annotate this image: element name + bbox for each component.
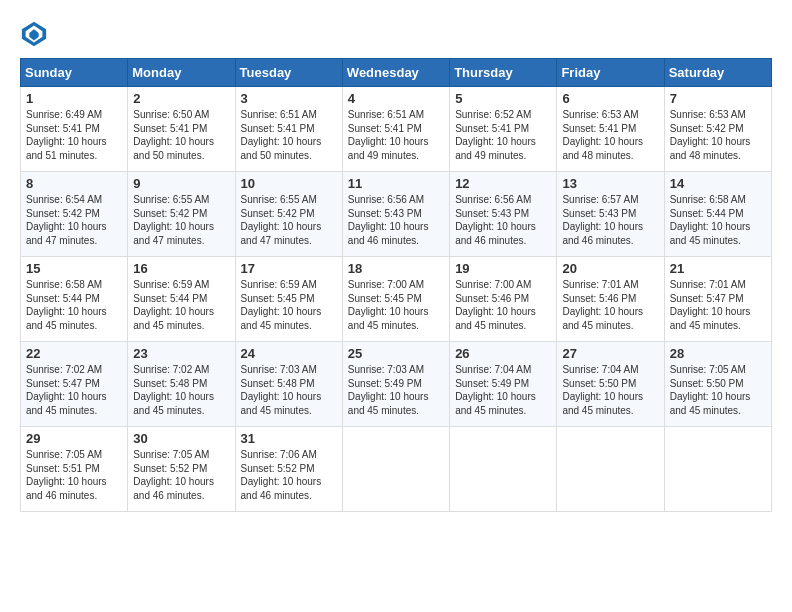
day-number: 20 — [562, 261, 658, 276]
day-info: Sunrise: 6:59 AM Sunset: 5:44 PM Dayligh… — [133, 278, 229, 332]
calendar-week-4: 22Sunrise: 7:02 AM Sunset: 5:47 PM Dayli… — [21, 342, 772, 427]
day-number: 11 — [348, 176, 444, 191]
day-info: Sunrise: 6:56 AM Sunset: 5:43 PM Dayligh… — [348, 193, 444, 247]
day-number: 14 — [670, 176, 766, 191]
day-info: Sunrise: 7:04 AM Sunset: 5:50 PM Dayligh… — [562, 363, 658, 417]
calendar-cell — [450, 427, 557, 512]
calendar-cell: 4Sunrise: 6:51 AM Sunset: 5:41 PM Daylig… — [342, 87, 449, 172]
day-number: 29 — [26, 431, 122, 446]
day-info: Sunrise: 6:52 AM Sunset: 5:41 PM Dayligh… — [455, 108, 551, 162]
day-number: 26 — [455, 346, 551, 361]
calendar-cell: 14Sunrise: 6:58 AM Sunset: 5:44 PM Dayli… — [664, 172, 771, 257]
calendar-cell: 7Sunrise: 6:53 AM Sunset: 5:42 PM Daylig… — [664, 87, 771, 172]
calendar-cell — [557, 427, 664, 512]
calendar-cell: 28Sunrise: 7:05 AM Sunset: 5:50 PM Dayli… — [664, 342, 771, 427]
day-number: 31 — [241, 431, 337, 446]
day-info: Sunrise: 6:58 AM Sunset: 5:44 PM Dayligh… — [26, 278, 122, 332]
day-info: Sunrise: 6:53 AM Sunset: 5:42 PM Dayligh… — [670, 108, 766, 162]
day-info: Sunrise: 7:06 AM Sunset: 5:52 PM Dayligh… — [241, 448, 337, 502]
calendar-cell — [664, 427, 771, 512]
calendar-cell: 26Sunrise: 7:04 AM Sunset: 5:49 PM Dayli… — [450, 342, 557, 427]
calendar-header-row: SundayMondayTuesdayWednesdayThursdayFrid… — [21, 59, 772, 87]
day-number: 17 — [241, 261, 337, 276]
day-number: 1 — [26, 91, 122, 106]
calendar-week-5: 29Sunrise: 7:05 AM Sunset: 5:51 PM Dayli… — [21, 427, 772, 512]
day-info: Sunrise: 7:01 AM Sunset: 5:47 PM Dayligh… — [670, 278, 766, 332]
day-number: 10 — [241, 176, 337, 191]
day-info: Sunrise: 7:03 AM Sunset: 5:49 PM Dayligh… — [348, 363, 444, 417]
calendar-cell: 17Sunrise: 6:59 AM Sunset: 5:45 PM Dayli… — [235, 257, 342, 342]
day-info: Sunrise: 7:02 AM Sunset: 5:48 PM Dayligh… — [133, 363, 229, 417]
day-number: 8 — [26, 176, 122, 191]
day-info: Sunrise: 6:53 AM Sunset: 5:41 PM Dayligh… — [562, 108, 658, 162]
calendar-body: 1Sunrise: 6:49 AM Sunset: 5:41 PM Daylig… — [21, 87, 772, 512]
calendar-cell: 15Sunrise: 6:58 AM Sunset: 5:44 PM Dayli… — [21, 257, 128, 342]
calendar-cell: 22Sunrise: 7:02 AM Sunset: 5:47 PM Dayli… — [21, 342, 128, 427]
day-number: 4 — [348, 91, 444, 106]
day-info: Sunrise: 6:59 AM Sunset: 5:45 PM Dayligh… — [241, 278, 337, 332]
day-number: 2 — [133, 91, 229, 106]
day-number: 27 — [562, 346, 658, 361]
day-info: Sunrise: 6:50 AM Sunset: 5:41 PM Dayligh… — [133, 108, 229, 162]
calendar-cell: 12Sunrise: 6:56 AM Sunset: 5:43 PM Dayli… — [450, 172, 557, 257]
day-number: 21 — [670, 261, 766, 276]
calendar-header-monday: Monday — [128, 59, 235, 87]
day-info: Sunrise: 7:01 AM Sunset: 5:46 PM Dayligh… — [562, 278, 658, 332]
calendar-week-3: 15Sunrise: 6:58 AM Sunset: 5:44 PM Dayli… — [21, 257, 772, 342]
day-info: Sunrise: 7:03 AM Sunset: 5:48 PM Dayligh… — [241, 363, 337, 417]
day-number: 24 — [241, 346, 337, 361]
day-info: Sunrise: 6:55 AM Sunset: 5:42 PM Dayligh… — [241, 193, 337, 247]
logo — [20, 20, 52, 48]
calendar-header-thursday: Thursday — [450, 59, 557, 87]
day-number: 12 — [455, 176, 551, 191]
calendar-cell: 2Sunrise: 6:50 AM Sunset: 5:41 PM Daylig… — [128, 87, 235, 172]
day-info: Sunrise: 6:51 AM Sunset: 5:41 PM Dayligh… — [241, 108, 337, 162]
calendar-cell: 21Sunrise: 7:01 AM Sunset: 5:47 PM Dayli… — [664, 257, 771, 342]
calendar-cell: 30Sunrise: 7:05 AM Sunset: 5:52 PM Dayli… — [128, 427, 235, 512]
calendar-cell: 11Sunrise: 6:56 AM Sunset: 5:43 PM Dayli… — [342, 172, 449, 257]
day-info: Sunrise: 7:05 AM Sunset: 5:51 PM Dayligh… — [26, 448, 122, 502]
day-info: Sunrise: 6:55 AM Sunset: 5:42 PM Dayligh… — [133, 193, 229, 247]
calendar-cell: 8Sunrise: 6:54 AM Sunset: 5:42 PM Daylig… — [21, 172, 128, 257]
day-number: 3 — [241, 91, 337, 106]
calendar-cell: 27Sunrise: 7:04 AM Sunset: 5:50 PM Dayli… — [557, 342, 664, 427]
day-info: Sunrise: 6:56 AM Sunset: 5:43 PM Dayligh… — [455, 193, 551, 247]
calendar-cell: 13Sunrise: 6:57 AM Sunset: 5:43 PM Dayli… — [557, 172, 664, 257]
calendar-cell: 23Sunrise: 7:02 AM Sunset: 5:48 PM Dayli… — [128, 342, 235, 427]
day-info: Sunrise: 7:05 AM Sunset: 5:50 PM Dayligh… — [670, 363, 766, 417]
day-number: 25 — [348, 346, 444, 361]
day-number: 16 — [133, 261, 229, 276]
calendar-cell: 5Sunrise: 6:52 AM Sunset: 5:41 PM Daylig… — [450, 87, 557, 172]
calendar-cell: 10Sunrise: 6:55 AM Sunset: 5:42 PM Dayli… — [235, 172, 342, 257]
day-number: 22 — [26, 346, 122, 361]
day-info: Sunrise: 6:54 AM Sunset: 5:42 PM Dayligh… — [26, 193, 122, 247]
day-number: 13 — [562, 176, 658, 191]
day-number: 9 — [133, 176, 229, 191]
calendar-cell: 19Sunrise: 7:00 AM Sunset: 5:46 PM Dayli… — [450, 257, 557, 342]
day-number: 30 — [133, 431, 229, 446]
day-number: 18 — [348, 261, 444, 276]
logo-icon — [20, 20, 48, 48]
calendar-cell: 25Sunrise: 7:03 AM Sunset: 5:49 PM Dayli… — [342, 342, 449, 427]
day-info: Sunrise: 7:05 AM Sunset: 5:52 PM Dayligh… — [133, 448, 229, 502]
calendar-header-tuesday: Tuesday — [235, 59, 342, 87]
day-number: 7 — [670, 91, 766, 106]
day-number: 15 — [26, 261, 122, 276]
calendar-cell: 31Sunrise: 7:06 AM Sunset: 5:52 PM Dayli… — [235, 427, 342, 512]
calendar-cell: 16Sunrise: 6:59 AM Sunset: 5:44 PM Dayli… — [128, 257, 235, 342]
calendar-header-wednesday: Wednesday — [342, 59, 449, 87]
day-number: 6 — [562, 91, 658, 106]
calendar-cell: 29Sunrise: 7:05 AM Sunset: 5:51 PM Dayli… — [21, 427, 128, 512]
calendar-week-1: 1Sunrise: 6:49 AM Sunset: 5:41 PM Daylig… — [21, 87, 772, 172]
day-number: 28 — [670, 346, 766, 361]
day-info: Sunrise: 6:58 AM Sunset: 5:44 PM Dayligh… — [670, 193, 766, 247]
day-info: Sunrise: 6:51 AM Sunset: 5:41 PM Dayligh… — [348, 108, 444, 162]
calendar-cell: 3Sunrise: 6:51 AM Sunset: 5:41 PM Daylig… — [235, 87, 342, 172]
day-number: 19 — [455, 261, 551, 276]
day-info: Sunrise: 6:57 AM Sunset: 5:43 PM Dayligh… — [562, 193, 658, 247]
calendar-cell: 1Sunrise: 6:49 AM Sunset: 5:41 PM Daylig… — [21, 87, 128, 172]
day-info: Sunrise: 7:00 AM Sunset: 5:45 PM Dayligh… — [348, 278, 444, 332]
day-number: 23 — [133, 346, 229, 361]
calendar-week-2: 8Sunrise: 6:54 AM Sunset: 5:42 PM Daylig… — [21, 172, 772, 257]
calendar-header-saturday: Saturday — [664, 59, 771, 87]
